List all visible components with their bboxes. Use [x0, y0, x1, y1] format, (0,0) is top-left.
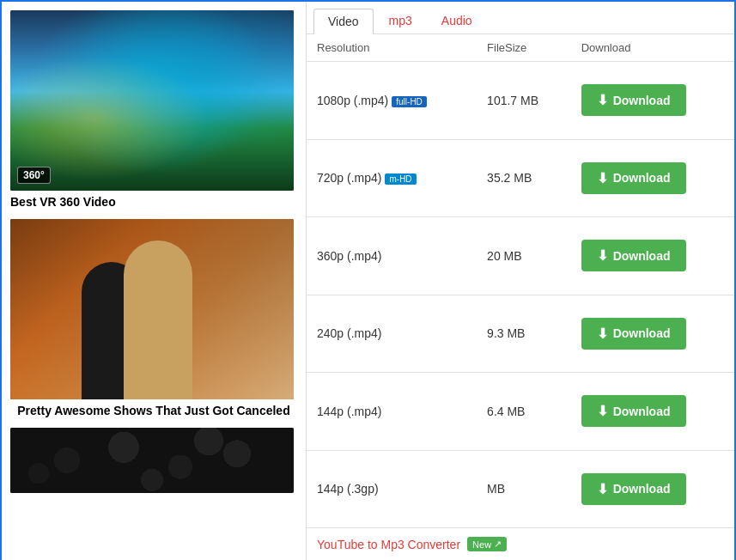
download-label: Download: [613, 405, 671, 418]
tab-video[interactable]: Video: [313, 9, 374, 34]
table-row: 360p (.mp4)20 MB⬇Download: [307, 217, 734, 295]
download-button-2[interactable]: ⬇Download: [581, 240, 686, 271]
filesize-cell-4: 6.4 MB: [477, 373, 571, 451]
yt-mp3-link[interactable]: YouTube to Mp3 Converter: [317, 538, 460, 551]
download-cell-1: ⬇Download: [571, 139, 734, 217]
waterpark-overlay: [10, 10, 294, 191]
download-icon: ⬇: [597, 481, 608, 497]
resolution-cell-0: 1080p (.mp4)full-HD: [307, 62, 477, 140]
download-cell-3: ⬇Download: [571, 295, 734, 373]
resolution-cell-5: 144p (.3gp): [307, 450, 477, 528]
filesize-cell-1: 35.2 MB: [477, 139, 571, 217]
filesize-cell-5: MB: [477, 450, 571, 528]
person-female-silhouette: [124, 240, 192, 399]
cherry-background: [10, 428, 294, 493]
download-button-0[interactable]: ⬇Download: [581, 84, 686, 116]
download-icon: ⬇: [597, 403, 608, 419]
download-button-4[interactable]: ⬇Download: [581, 395, 686, 427]
thumb-tv-bg: [10, 219, 294, 399]
download-button-3[interactable]: ⬇Download: [581, 318, 686, 350]
footer-row: YouTube to Mp3 Converter New ↗: [307, 528, 734, 560]
download-table: Resolution FileSize Download 1080p (.mp4…: [307, 34, 734, 528]
download-label: Download: [613, 171, 671, 185]
header-filesize: FileSize: [477, 34, 571, 62]
filesize-cell-3: 9.3 MB: [477, 295, 571, 373]
download-icon: ⬇: [597, 247, 608, 264]
resolution-cell-1: 720p (.mp4)m-HD: [307, 139, 477, 217]
download-icon: ⬇: [597, 326, 608, 342]
resolution-cell-3: 240p (.mp4): [307, 295, 477, 373]
filesize-cell-2: 20 MB: [477, 217, 571, 295]
tab-bar: Video mp3 Audio: [307, 2, 734, 34]
new-badge: New ↗: [467, 537, 507, 551]
thumb-360-bg: [10, 10, 294, 191]
video-card-2: Pretty Awesome Shows That Just Got Cance…: [10, 219, 297, 417]
download-cell-5: ⬇Download: [571, 450, 734, 528]
table-row: 720p (.mp4)m-HD35.2 MB⬇Download: [307, 139, 734, 217]
download-icon: ⬇: [597, 92, 608, 108]
download-label: Download: [613, 249, 671, 263]
download-label: Download: [613, 326, 671, 340]
table-row: 240p (.mp4)9.3 MB⬇Download: [307, 295, 734, 373]
download-label: Download: [613, 94, 671, 107]
main-panel: Video mp3 Audio Resolution FileSize Down…: [307, 2, 734, 560]
thumbnail-2[interactable]: [10, 219, 294, 399]
video-title-2: Pretty Awesome Shows That Just Got Cance…: [10, 399, 297, 417]
badge-360: 360°: [17, 167, 51, 184]
badge-mhd-1: m-HD: [385, 173, 416, 185]
thumbnail-3[interactable]: [10, 428, 294, 493]
header-download: Download: [571, 34, 734, 62]
download-cell-2: ⬇Download: [571, 217, 734, 295]
header-resolution: Resolution: [307, 34, 477, 62]
video-title-1: Best VR 360 Video: [10, 191, 297, 209]
download-icon: ⬇: [597, 170, 608, 186]
badge-fullhd-0: full-HD: [392, 96, 427, 107]
tab-audio[interactable]: Audio: [428, 9, 486, 33]
download-label: Download: [613, 482, 671, 496]
tab-mp3[interactable]: mp3: [375, 9, 426, 33]
download-cell-4: ⬇Download: [571, 373, 734, 451]
thumbnail-1[interactable]: 360°: [10, 10, 294, 191]
video-card-1: 360° Best VR 360 Video: [10, 10, 297, 209]
table-row: 144p (.3gp)MB⬇Download: [307, 450, 734, 528]
resolution-cell-2: 360p (.mp4): [307, 217, 477, 295]
table-row: 144p (.mp4)6.4 MB⬇Download: [307, 373, 734, 451]
download-button-5[interactable]: ⬇Download: [581, 473, 686, 505]
video-card-3: [10, 428, 297, 493]
download-cell-0: ⬇Download: [571, 62, 734, 140]
filesize-cell-0: 101.7 MB: [477, 62, 571, 140]
download-button-1[interactable]: ⬇Download: [581, 162, 686, 194]
sidebar: 360° Best VR 360 Video Pretty Awesome Sh…: [2, 2, 307, 560]
resolution-cell-4: 144p (.mp4): [307, 373, 477, 451]
table-row: 1080p (.mp4)full-HD101.7 MB⬇Download: [307, 62, 734, 140]
